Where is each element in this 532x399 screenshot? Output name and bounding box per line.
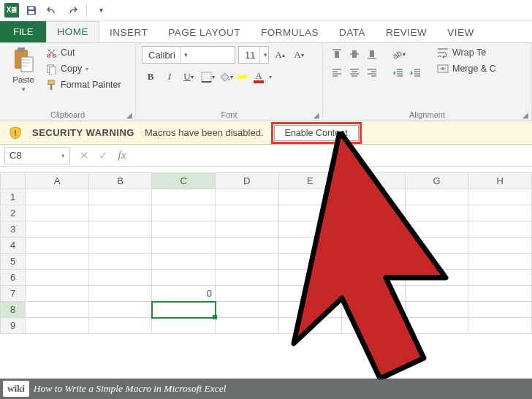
cell[interactable] (26, 205, 89, 221)
bold-button[interactable]: B (142, 68, 159, 86)
cell[interactable] (88, 221, 152, 238)
tab-page-layout[interactable]: PAGE LAYOUT (158, 23, 251, 42)
cell[interactable] (278, 286, 342, 302)
tab-home[interactable]: HOME (46, 21, 99, 42)
cell[interactable] (342, 302, 406, 318)
cell[interactable] (152, 270, 216, 286)
cell[interactable] (216, 286, 279, 302)
align-center-button[interactable] (346, 65, 362, 81)
cell[interactable] (216, 205, 279, 221)
column-header[interactable]: D (216, 173, 279, 189)
cell[interactable] (216, 221, 279, 238)
cell[interactable] (152, 221, 216, 238)
cell[interactable] (342, 238, 406, 254)
underline-button[interactable]: U▾ (180, 68, 197, 86)
cell[interactable] (26, 318, 89, 334)
cut-button[interactable]: Cut (44, 46, 123, 59)
tab-review[interactable]: REVIEW (376, 23, 437, 42)
tab-view[interactable]: VIEW (437, 23, 484, 42)
cell[interactable] (26, 238, 89, 254)
cell[interactable] (468, 270, 532, 286)
row-header[interactable]: 8 (1, 302, 26, 318)
redo-icon[interactable] (64, 2, 80, 18)
cell[interactable] (342, 189, 406, 205)
cell[interactable] (216, 318, 279, 334)
cancel-formula-icon[interactable]: ✕ (75, 149, 94, 162)
font-color-button[interactable]: A (250, 68, 267, 86)
cell[interactable] (216, 270, 279, 286)
tab-data[interactable]: DATA (329, 23, 376, 42)
cell[interactable] (278, 270, 342, 286)
cell[interactable] (342, 254, 406, 270)
customize-qat-icon[interactable]: ▾ (93, 2, 109, 18)
align-middle-button[interactable] (346, 46, 362, 62)
cell[interactable] (342, 221, 406, 238)
cell[interactable] (88, 205, 152, 221)
orientation-button[interactable]: ab▾ (390, 46, 406, 62)
font-size-combo[interactable]: 11 ▾ (238, 46, 269, 64)
align-bottom-button[interactable] (364, 46, 380, 62)
column-header[interactable]: G (405, 173, 468, 189)
row-header[interactable]: 5 (1, 254, 26, 270)
cell[interactable] (88, 189, 152, 205)
cell-c7[interactable]: 0 (152, 286, 216, 302)
increase-indent-button[interactable] (408, 65, 424, 81)
cell[interactable] (152, 205, 216, 221)
wrap-text-button[interactable]: Wrap Te (436, 46, 498, 59)
row-header[interactable]: 7 (1, 286, 26, 302)
select-all-corner[interactable] (1, 173, 26, 189)
decrease-indent-button[interactable] (390, 65, 406, 81)
borders-button[interactable]: ▾ (199, 68, 216, 86)
cell[interactable] (342, 286, 406, 302)
cell[interactable] (468, 221, 532, 238)
cell[interactable] (88, 238, 152, 254)
enter-formula-icon[interactable]: ✓ (94, 149, 113, 162)
cell[interactable] (26, 221, 89, 238)
cell[interactable] (468, 254, 532, 270)
cell[interactable] (278, 318, 342, 334)
undo-icon[interactable] (44, 2, 60, 18)
cell[interactable] (152, 238, 216, 254)
cell[interactable] (468, 302, 532, 318)
formula-input[interactable] (132, 147, 532, 164)
column-header[interactable]: E (278, 173, 342, 189)
cell[interactable] (26, 270, 89, 286)
dialog-launcher-icon[interactable]: ◢ (522, 111, 528, 119)
font-name-combo[interactable]: Calibri ▾ (142, 46, 235, 64)
italic-button[interactable]: I (161, 68, 178, 86)
shrink-font-button[interactable]: A▾ (291, 47, 307, 63)
cell[interactable] (405, 205, 468, 221)
cell[interactable] (216, 254, 279, 270)
save-icon[interactable] (23, 2, 39, 18)
cell[interactable] (405, 254, 468, 270)
cell[interactable] (405, 302, 468, 318)
cell[interactable] (278, 302, 342, 318)
cell[interactable] (216, 302, 279, 318)
cell[interactable] (468, 286, 532, 302)
grow-font-button[interactable]: A▴ (272, 47, 288, 63)
cell[interactable] (152, 318, 216, 334)
row-header[interactable]: 1 (1, 189, 26, 205)
cell[interactable] (468, 238, 532, 254)
worksheet-grid[interactable]: A B C D E F G H 1 2 3 4 5 6 70 8 9 (0, 172, 532, 334)
tab-file[interactable]: FILE (0, 21, 46, 42)
column-header[interactable]: C (152, 173, 216, 189)
fill-color-button[interactable]: ▾ (218, 68, 235, 86)
column-header[interactable]: A (26, 173, 89, 189)
cell[interactable] (405, 286, 468, 302)
align-left-button[interactable] (329, 65, 345, 81)
cell[interactable] (342, 205, 406, 221)
align-top-button[interactable] (329, 46, 345, 62)
name-box[interactable]: C8 ▾ (4, 147, 70, 164)
cell[interactable] (216, 189, 279, 205)
cell[interactable] (88, 254, 152, 270)
column-header[interactable]: H (468, 173, 532, 189)
column-header[interactable]: F (342, 173, 406, 189)
cell[interactable] (88, 286, 152, 302)
tab-insert[interactable]: INSERT (99, 23, 158, 42)
cell[interactable] (405, 318, 468, 334)
row-header[interactable]: 3 (1, 221, 26, 238)
cell[interactable] (278, 254, 342, 270)
cell[interactable] (278, 189, 342, 205)
row-header[interactable]: 9 (1, 318, 26, 334)
